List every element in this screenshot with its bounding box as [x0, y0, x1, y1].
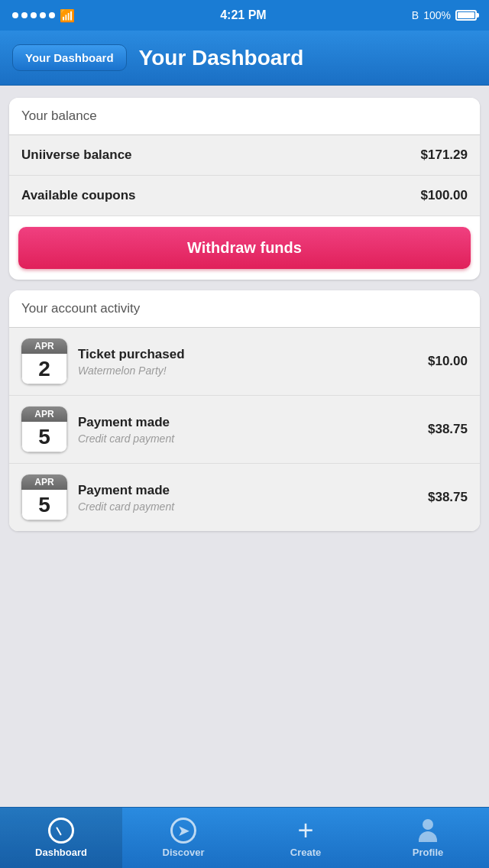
activity-amount-1: $10.00 [428, 354, 468, 369]
coupons-value: $100.00 [421, 188, 468, 203]
tab-bar: Dashboard ➤ Discover + Create Profile [0, 807, 489, 868]
activity-item[interactable]: Apr 2 Ticket purchased Watermelon Party!… [9, 328, 480, 396]
cal-month-1: Apr [21, 338, 67, 354]
coupons-label: Available coupons [21, 188, 136, 203]
status-time: 4:21 PM [220, 8, 266, 22]
create-icon: + [293, 818, 319, 844]
activity-amount-3: $38.75 [428, 490, 468, 505]
activity-header-label: Your account activity [21, 301, 140, 316]
uniiverse-balance-row: Uniiverse balance $171.29 [9, 135, 480, 176]
tab-profile[interactable]: Profile [367, 808, 489, 868]
calendar-icon-3: Apr 5 [21, 474, 67, 520]
battery-icon [455, 10, 477, 21]
activity-amount-2: $38.75 [428, 422, 468, 437]
coupons-row: Available coupons $100.00 [9, 176, 480, 216]
back-button[interactable]: Your Dashboard [12, 44, 127, 71]
status-bar: 📶 4:21 PM B 100% [0, 0, 489, 31]
cal-month-2: Apr [21, 406, 67, 422]
activity-info-3: Payment made Credit card payment [78, 483, 417, 513]
wifi-icon: 📶 [60, 8, 75, 23]
withdraw-button[interactable]: Withdraw funds [18, 227, 471, 269]
calendar-icon-2: Apr 5 [21, 406, 67, 452]
nav-bar: Your Dashboard Your Dashboard [0, 31, 489, 86]
activity-subtitle-1: Watermelon Party! [78, 364, 417, 377]
tab-create-label: Create [290, 847, 321, 858]
activity-item[interactable]: Apr 5 Payment made Credit card payment $… [9, 464, 480, 531]
activity-title-1: Ticket purchased [78, 347, 417, 362]
cal-day-2: 5 [21, 422, 67, 452]
balance-card: Your balance Uniiverse balance $171.29 A… [9, 98, 480, 280]
calendar-icon-1: Apr 2 [21, 338, 67, 384]
activity-card: Your account activity Apr 2 Ticket purch… [9, 290, 480, 531]
status-left: 📶 [12, 8, 75, 23]
tab-discover[interactable]: ➤ Discover [122, 808, 244, 868]
activity-info-1: Ticket purchased Watermelon Party! [78, 347, 417, 377]
tab-discover-label: Discover [163, 847, 205, 858]
page-title: Your Dashboard [139, 46, 304, 70]
cal-month-3: Apr [21, 474, 67, 490]
uniiverse-balance-label: Uniiverse balance [21, 147, 132, 163]
activity-subtitle-2: Credit card payment [78, 432, 417, 445]
uniiverse-balance-value: $171.29 [421, 147, 468, 163]
activity-subtitle-3: Credit card payment [78, 500, 417, 513]
tab-profile-label: Profile [413, 847, 443, 858]
activity-card-header: Your account activity [9, 290, 480, 328]
activity-item[interactable]: Apr 5 Payment made Credit card payment $… [9, 396, 480, 464]
activity-title-3: Payment made [78, 483, 417, 498]
bluetooth-icon: B [412, 9, 419, 21]
battery-percent: 100% [423, 9, 451, 21]
cal-day-1: 2 [21, 354, 67, 384]
tab-create[interactable]: + Create [244, 808, 367, 868]
discover-icon: ➤ [170, 818, 196, 844]
balance-header-label: Your balance [21, 108, 97, 123]
status-right: B 100% [412, 9, 477, 21]
tab-dashboard-label: Dashboard [35, 847, 87, 858]
dashboard-icon [48, 818, 74, 844]
cal-day-3: 5 [21, 490, 67, 520]
profile-icon [415, 818, 441, 844]
activity-title-2: Payment made [78, 415, 417, 430]
signal-dots [12, 12, 55, 18]
tab-dashboard[interactable]: Dashboard [0, 808, 122, 868]
main-content: Your balance Uniiverse balance $171.29 A… [0, 86, 489, 807]
balance-card-header: Your balance [9, 98, 480, 135]
activity-info-2: Payment made Credit card payment [78, 415, 417, 445]
